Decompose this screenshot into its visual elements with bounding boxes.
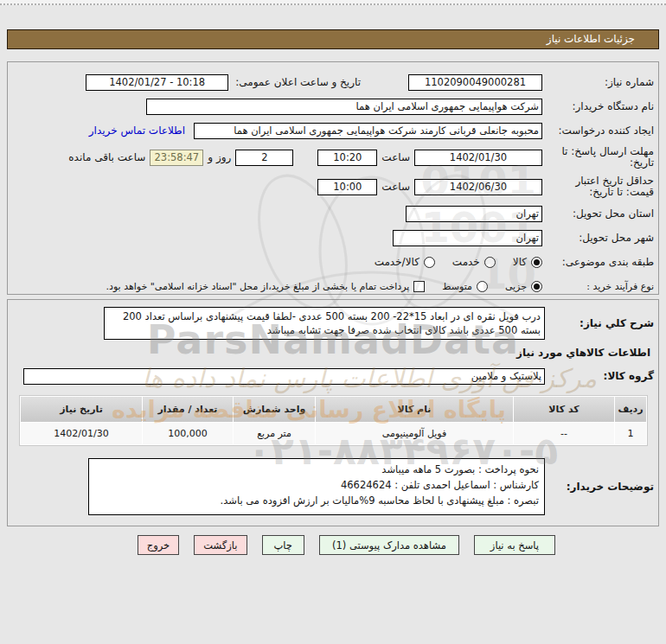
need-description-field[interactable]: درب فویل نقره ای در ابعاد 15*22- 200 بست… (104, 307, 545, 340)
col-goods-name: نام کالا (316, 397, 513, 422)
treasury-payment-checkbox[interactable]: پرداخت تمام یا بخشی از مبلغ خرید،از محل … (106, 281, 426, 292)
goods-group-field[interactable]: پلاستیک و ملامین (23, 368, 545, 385)
radio-option-label: متوسط (442, 281, 472, 292)
col-row-index: ردیف (615, 397, 646, 422)
need-description-label: شرح کلي نیاز: (545, 317, 654, 329)
row-price-validity: حداقل تاریخ اعتبار قیمت: تا تاریخ: 1402/… (13, 175, 654, 198)
remaining-days-label: روز و (208, 151, 231, 163)
exit-button[interactable]: خروج (138, 535, 179, 555)
row-reply-deadline: مهلت ارسال پاسخ: تا تاریخ: 1402/01/30 سا… (13, 146, 654, 169)
buyer-note-line: نحوه پرداخت : بصورت 5 ماهه میباشد (94, 462, 539, 477)
view-attachments-button[interactable]: مشاهده مدارک پیوستی (1) (319, 535, 459, 555)
goods-table-header-row: ردیف کد کالا نام کالا واحد شمارش تعداد /… (21, 397, 646, 422)
validity-hour-label: ساعت (381, 181, 410, 193)
countdown-timer: 23:58:47 (150, 150, 203, 166)
price-validity-time-field[interactable]: 10:00 (317, 179, 377, 195)
page-title: جزئیات اطلاعات نیاز (7, 29, 659, 49)
respond-to-need-button[interactable]: پاسخ به نیاز (474, 535, 555, 555)
radio-option-label: کالا/خدمت (375, 256, 419, 268)
price-validity-date-field[interactable]: 1402/06/30 (414, 179, 542, 195)
cell-goods-name: فویل آلومینیومی (316, 423, 513, 444)
row-delivery-province: استان محل تحویل: تهران (13, 205, 654, 222)
row-delivery-city: شهر محل تحویل: تهران (13, 229, 654, 246)
row-goods-group: گروه کالا: پلاستیک و ملامین (13, 367, 654, 385)
print-button[interactable]: چاپ (262, 535, 304, 555)
top-dotted-divider (0, 0, 666, 5)
col-need-date: تاریخ نیاز (21, 397, 142, 422)
reply-deadline-label: مهلت ارسال پاسخ: تا تاریخ: (542, 146, 654, 169)
need-number-label: شماره نیاز: (542, 77, 654, 88)
delivery-city-label: شهر محل تحویل: (542, 233, 654, 244)
page: { "page": { "title_bar": "جزئیات اطلاعات… (0, 0, 666, 644)
goods-group-label: گروه کالا: (545, 370, 654, 382)
delivery-province-field[interactable]: تهران (406, 206, 542, 222)
col-goods-code: کد کالا (514, 397, 614, 422)
row-buyer-org: نام دستگاه خریدار: شرکت هواپیمایی جمهوری… (13, 98, 654, 115)
request-creator-label: ایجاد کننده درخواست: (542, 125, 654, 137)
row-need-number: شماره نیاز: 1102090049000281 تاریخ و ساع… (13, 73, 654, 91)
delivery-province-label: استان محل تحویل: (542, 208, 654, 220)
radio-option-label: خدمت (452, 256, 480, 268)
announce-datetime-label: تاریخ و ساعت اعلان عمومی: (235, 76, 361, 88)
cell-row-index: 1 (615, 423, 646, 444)
remaining-days-field[interactable]: 2 (235, 150, 293, 166)
goods-info-heading: اطلاعات کالاهاي مورد نیاز (13, 347, 650, 359)
goods-table: ردیف کد کالا نام کالا واحد شمارش تعداد /… (19, 395, 648, 446)
radio-selected-icon (531, 257, 542, 268)
radio-option-goods[interactable]: کالا (513, 256, 542, 268)
row-buyer-notes: توضیحات خریدار: نحوه پرداخت : بصورت 5 ما… (13, 458, 654, 515)
buyer-notes-field[interactable]: نحوه پرداخت : بصورت 5 ماهه میباشد کارشنا… (88, 458, 545, 515)
radio-icon (484, 257, 496, 268)
radio-option-minor[interactable]: جزیی (505, 281, 542, 292)
need-details-panel: شرح کلي نیاز: درب فویل نقره ای در ابعاد … (7, 299, 659, 526)
action-buttons: پاسخ به نیاز مشاهده مدارک پیوستی (1) چاپ… (0, 535, 555, 555)
cell-quantity: 100,000 (143, 423, 233, 444)
need-number-field[interactable]: 1102090049000281 (408, 74, 542, 91)
radio-option-label: کالا (513, 256, 527, 268)
countdown-label: ساعت باقی مانده (68, 151, 145, 163)
buyer-note-line: تبصره : مبلغ پیشنهادی با لحاظ محاسبه 9%م… (94, 493, 539, 508)
treasury-checkbox-label: پرداخت تمام یا بخشی از مبلغ خرید،از محل … (106, 281, 410, 292)
buyer-org-field[interactable]: شرکت هواپیمایی جمهوری اسلامی ایران هما (146, 99, 542, 115)
cell-goods-code: -- (514, 423, 614, 444)
row-subject-class: طبقه بندی موضوعی: کالا خدمت کالا/خدمت (13, 253, 654, 271)
deadline-hour-label: ساعت (381, 151, 410, 163)
radio-option-service[interactable]: خدمت (452, 256, 496, 268)
buyer-contact-link[interactable]: اطلاعات تماس خریدار (89, 124, 185, 137)
price-validity-label: حداقل تاریخ اعتبار قیمت: تا تاریخ: (542, 175, 654, 198)
row-need-description: شرح کلي نیاز: درب فویل نقره ای در ابعاد … (13, 307, 654, 340)
subject-class-label: طبقه بندی موضوعی: (542, 257, 654, 268)
row-request-creator: ایجاد کننده درخواست: محبوبه جانعلی قربان… (13, 122, 654, 139)
back-button[interactable]: بازگشت (194, 535, 247, 555)
table-row: 1 -- فویل آلومینیومی متر مربع 100,000 14… (21, 423, 646, 444)
radio-selected-icon (531, 281, 542, 292)
buyer-note-line: کارشناس : اسماعیل احمدی تلفن : 46624624 (94, 477, 539, 493)
reply-deadline-time-field[interactable]: 10:20 (317, 150, 377, 166)
process-type-label: نوع فرآیند خرید : (542, 281, 654, 292)
checkbox-icon (413, 281, 425, 292)
col-quantity: تعداد / مقدار (143, 397, 233, 422)
cell-need-date: 1402/01/30 (21, 423, 142, 444)
reply-deadline-date-field[interactable]: 1402/01/30 (414, 150, 542, 166)
radio-icon (424, 257, 435, 268)
delivery-city-field[interactable]: تهران (393, 230, 542, 246)
announce-datetime-field[interactable]: 1402/01/27 - 10:18 (86, 74, 228, 91)
radio-option-medium[interactable]: متوسط (442, 281, 488, 292)
col-unit: واحد شمارش (234, 397, 315, 422)
radio-option-label: جزیی (505, 281, 527, 292)
request-info-panel: شماره نیاز: 1102090049000281 تاریخ و ساع… (7, 61, 659, 295)
buyer-org-label: نام دستگاه خریدار: (542, 101, 654, 112)
row-process-type: نوع فرآیند خرید : جزیی متوسط پرداخت تمام… (13, 277, 654, 295)
buyer-notes-label: توضیحات خریدار: (545, 481, 654, 493)
cell-unit: متر مربع (234, 423, 315, 444)
radio-option-goods-service[interactable]: کالا/خدمت (375, 256, 435, 268)
request-creator-field[interactable]: محبوبه جانعلی قربانی کارمند شرکت هواپیما… (194, 123, 542, 139)
radio-icon (477, 281, 488, 292)
